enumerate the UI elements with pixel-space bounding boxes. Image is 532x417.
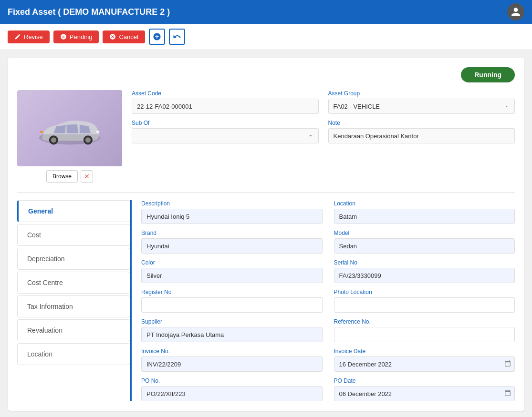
description-input[interactable] [141,209,323,224]
location-field: Location [334,200,515,224]
po-date-wrapper [334,386,515,401]
chevron-down-icon-2 [308,133,313,139]
asset-code-group-grid: Asset Code Asset Group FA02 - VEHICLE Su… [132,90,515,143]
revise-button[interactable]: Revise [8,31,50,43]
register-no-input[interactable] [141,297,323,313]
calendar-icon [504,360,511,368]
asset-code-field: Asset Code [132,90,319,114]
asset-group-field: Asset Group FA02 - VEHICLE [328,90,515,114]
note-input[interactable] [328,128,515,143]
reference-no-input[interactable] [334,327,515,342]
general-fields-grid: Description Location Brand Model [141,200,515,401]
tab-cost[interactable]: Cost [17,224,130,246]
svg-rect-6 [40,131,43,133]
invoice-no-field: Invoice No. [141,348,323,372]
tab-depreciation[interactable]: Depreciation [17,248,130,270]
svg-rect-5 [96,131,99,133]
register-no-field: Register No [141,289,323,313]
status-badge: Running [461,67,515,82]
sub-of-select[interactable] [132,128,319,143]
cancel-icon [109,33,116,40]
tab-general[interactable]: General [17,200,130,222]
asset-image-section: Browse [17,90,122,183]
supplier-field: Supplier [141,318,323,342]
undo-icon [173,32,181,41]
user-avatar[interactable] [507,3,524,20]
serial-no-field: Serial No [334,259,515,283]
remove-image-button[interactable] [81,170,93,183]
reference-no-field: Reference No. [334,318,515,342]
po-date-field: PO Date [334,377,515,401]
tab-revaluation[interactable]: Revaluation [17,319,130,341]
page-title: Fixed Asset ( DEMO MANUFACTURE 2 ) [8,7,170,17]
asset-group-select[interactable]: FA02 - VEHICLE [328,99,515,114]
person-icon [511,7,521,17]
plus-circle-icon [153,32,161,41]
note-field: Note [328,120,515,143]
tab-cost-centre[interactable]: Cost Centre [17,272,130,294]
color-input[interactable] [141,268,323,283]
brand-input[interactable] [141,238,323,254]
asset-fields: Asset Code Asset Group FA02 - VEHICLE Su… [132,90,515,183]
clock-icon [60,33,67,40]
asset-card: Running [8,58,524,411]
po-no-input[interactable] [141,386,323,401]
toolbar: Revise Pending Cancel [0,24,532,50]
serial-no-input[interactable] [334,268,515,283]
svg-point-4 [85,137,91,142]
general-content: Description Location Brand Model [132,200,515,401]
browse-button[interactable]: Browse [46,170,78,183]
main-content: Running [0,50,532,417]
invoice-no-input[interactable] [141,356,323,372]
po-no-field: PO No. [141,377,323,401]
invoice-date-field: Invoice Date [334,348,515,372]
tab-tax-information[interactable]: Tax Information [17,295,130,317]
back-button[interactable] [169,29,185,45]
add-button[interactable] [149,29,165,45]
invoice-date-wrapper [334,356,515,372]
x-icon [83,173,90,180]
supplier-input[interactable] [141,327,323,342]
calendar-icon-2 [504,390,511,398]
car-illustration [31,104,108,152]
app-header: Fixed Asset ( DEMO MANUFACTURE 2 ) [0,0,532,24]
tabs-sidebar: General Cost Depreciation Cost Centre Ta… [17,200,132,401]
photo-location-field: Photo Location [334,289,515,313]
pending-button[interactable]: Pending [53,31,99,43]
model-input[interactable] [334,238,515,254]
asset-code-input[interactable] [132,99,319,114]
cancel-button[interactable]: Cancel [103,31,145,43]
model-field: Model [334,230,515,254]
tabs-section: General Cost Depreciation Cost Centre Ta… [17,200,515,401]
description-field: Description [141,200,323,224]
brand-field: Brand [141,230,323,254]
color-field: Color [141,259,323,283]
tab-location[interactable]: Location [17,343,130,365]
invoice-date-input[interactable] [334,356,515,372]
image-controls: Browse [17,170,122,183]
asset-image [17,90,122,166]
chevron-down-icon [504,103,510,109]
divider [17,192,515,193]
location-input[interactable] [334,209,515,224]
po-date-input[interactable] [334,386,515,401]
photo-location-input[interactable] [334,297,515,313]
asset-header-section: Browse Asset Code Asset Group [17,90,515,183]
svg-point-2 [51,137,56,142]
sub-of-field: Sub Of [132,120,319,143]
revise-icon [14,33,21,40]
